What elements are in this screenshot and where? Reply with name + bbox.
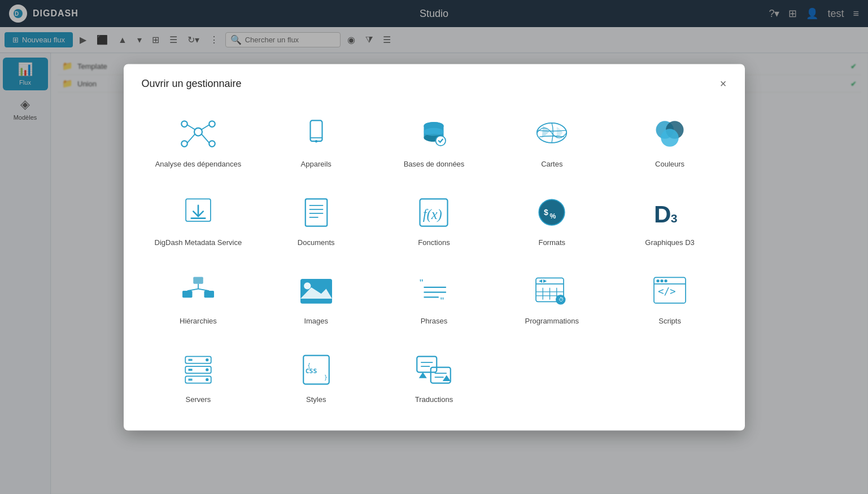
bases-de-donnees-icon [411,114,456,154]
manager-item-servers[interactable]: Servers [142,338,255,412]
svg-point-18 [424,128,444,135]
svg-text:": " [440,295,445,305]
svg-text:3: 3 [671,211,678,224]
graphiques-d3-label: Graphiques D3 [645,238,694,246]
graphiques-d3-icon: D 3 [647,193,692,232]
manager-item-graphiques-d3[interactable]: D 3 Graphiques D3 [613,181,727,255]
digdash-metadata-icon [176,193,221,232]
svg-text:D: D [654,200,671,227]
bases-de-donnees-label: Bases de données [404,159,465,168]
svg-point-5 [181,141,187,147]
manager-item-styles[interactable]: { CSS } Styles [259,338,373,412]
svg-rect-39 [193,277,203,283]
manager-grid: Analyse des dépendances Appareils [142,103,727,412]
svg-rect-85 [417,356,437,372]
analyse-dependances-label: Analyse des dépendances [155,159,242,168]
svg-line-43 [187,288,198,291]
couleurs-label: Couleurs [655,159,684,168]
svg-point-80 [206,378,208,381]
svg-line-44 [198,288,209,291]
svg-rect-40 [182,291,193,298]
modal-close-button[interactable]: × [720,78,727,89]
manager-item-phrases[interactable]: " " Phrases [377,260,491,334]
formats-label: Formats [538,238,565,246]
svg-point-23 [661,129,679,147]
svg-text:f(x): f(x) [423,207,442,222]
manager-item-formats[interactable]: $ % Formats [495,181,609,255]
svg-line-9 [187,134,195,142]
modal-title: Ouvrir un gestionnaire [142,77,242,89]
images-icon [294,271,339,311]
manager-item-programmations[interactable]: ◀ ▶ ⏱ Programmations [495,260,609,334]
phrases-label: Phrases [421,316,448,325]
manager-item-bases-de-donnees[interactable]: Bases de données [377,103,491,177]
couleurs-icon [647,114,692,154]
svg-point-78 [206,358,208,361]
formats-icon: $ % [529,193,574,232]
manager-item-cartes[interactable]: Cartes [495,103,609,177]
svg-text:◀ ▶: ◀ ▶ [539,278,548,283]
svg-point-79 [206,368,208,371]
appareils-icon [294,114,339,154]
digdash-metadata-label: DigDash Metadata Service [155,238,242,246]
svg-point-66 [660,279,663,282]
traductions-icon [411,349,456,389]
traductions-label: Traductions [415,395,453,403]
phrases-icon: " " [411,271,456,311]
svg-text:": " [419,278,424,287]
cartes-label: Cartes [541,159,562,168]
appareils-label: Appareils [301,159,332,168]
fonctions-label: Fonctions [418,238,450,246]
svg-point-13 [315,140,317,142]
svg-line-8 [202,125,209,129]
manager-item-couleurs[interactable]: Couleurs [613,103,727,177]
documents-icon [294,193,339,232]
fonctions-icon: f(x) [411,193,456,232]
svg-text:}: } [324,374,328,380]
scripts-label: Scripts [658,316,681,325]
svg-point-67 [664,279,667,282]
svg-rect-26 [305,199,327,226]
manager-modal: Ouvrir un gestionnaire × Analyse des dép… [124,64,745,430]
styles-label: Styles [306,395,326,403]
svg-point-65 [656,279,659,282]
manager-item-fonctions[interactable]: f(x) Fonctions [377,181,491,255]
manager-item-traductions[interactable]: Traductions [377,338,491,412]
manager-item-documents[interactable]: Documents [259,181,373,255]
manager-item-scripts[interactable]: </> Scripts [613,260,727,334]
svg-text:%: % [550,212,556,220]
svg-point-3 [181,121,187,127]
svg-rect-41 [204,291,214,298]
programmations-label: Programmations [525,316,579,325]
scripts-icon: </> [647,271,692,311]
svg-point-2 [194,128,202,135]
svg-point-4 [209,121,215,127]
images-label: Images [304,316,328,325]
modal-header: Ouvrir un gestionnaire × [142,77,727,89]
documents-label: Documents [298,238,335,246]
servers-label: Servers [186,395,211,403]
hierarchies-label: Hiérarchies [180,316,217,325]
svg-marker-88 [419,372,427,378]
svg-text:⏱: ⏱ [559,296,565,303]
manager-item-images[interactable]: Images [259,260,373,334]
styles-icon: { CSS } [294,349,339,389]
manager-item-digdash-metadata[interactable]: DigDash Metadata Service [142,181,255,255]
cartes-icon [529,114,574,154]
svg-text:CSS: CSS [305,367,317,375]
servers-icon [176,349,221,389]
svg-point-47 [304,282,311,289]
svg-point-6 [209,141,215,147]
manager-item-analyse-dependances[interactable]: Analyse des dépendances [142,103,255,177]
manager-item-appareils[interactable]: Appareils [259,103,373,177]
svg-marker-92 [443,375,451,381]
hierarchies-icon [176,271,221,311]
programmations-icon: ◀ ▶ ⏱ [529,271,574,311]
svg-text:$: $ [544,208,548,217]
svg-text:</>: </> [658,286,676,297]
manager-item-hierarchies[interactable]: Hiérarchies [142,260,255,334]
svg-line-10 [202,134,209,142]
svg-line-7 [187,125,195,129]
analyse-dependances-icon [176,114,221,154]
